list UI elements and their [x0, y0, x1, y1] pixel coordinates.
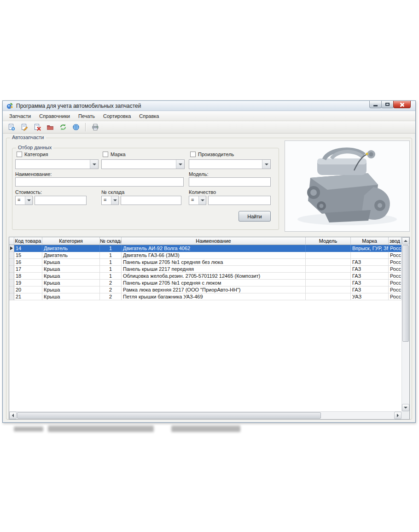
quantity-input[interactable] [208, 196, 271, 205]
table-cell[interactable]: 1 [100, 273, 122, 280]
table-row[interactable]: 20Крыша2Рамка люка верхняя 2217 (ООО "Пр… [9, 286, 402, 293]
table-row[interactable]: 15Двигатель1Двигатель ГАЗ-66 (ЗМЗ)Росс [9, 252, 402, 259]
table-cell[interactable]: Рамка люка верхняя 2217 (ООО "ПриорАвто-… [122, 286, 306, 293]
table-cell[interactable]: Крыша [42, 280, 100, 286]
table-cell[interactable] [306, 273, 351, 280]
row-selector[interactable] [9, 293, 14, 300]
table-cell[interactable]: Петля крышки багажника УАЗ-469 [122, 293, 306, 300]
menu-item-pechat[interactable]: Печать [74, 111, 99, 121]
table-cell[interactable]: Крыша [42, 286, 100, 293]
table-cell[interactable]: Крыша [42, 273, 100, 280]
table-cell[interactable]: ГАЗ [351, 273, 389, 280]
table-cell[interactable]: 18 [14, 273, 42, 280]
table-cell[interactable]: ГАЗ [351, 286, 389, 293]
horizontal-scrollbar[interactable] [9, 411, 402, 419]
close-button[interactable] [393, 101, 411, 108]
column-header[interactable]: Наименование [122, 237, 306, 245]
table-cell[interactable]: УАЗ [351, 293, 389, 300]
table-cell[interactable] [306, 259, 351, 266]
table-cell[interactable]: 1 [100, 259, 122, 266]
dropdown-button[interactable] [262, 160, 270, 169]
add-record-button[interactable] [6, 122, 17, 132]
table-row[interactable]: 21Крыша2Петля крышки багажника УАЗ-469УА… [9, 293, 402, 300]
table-cell[interactable]: Двигатель [42, 245, 100, 252]
dropdown-button[interactable] [90, 160, 98, 169]
warehouse-input[interactable] [121, 196, 181, 205]
edit-record-button[interactable] [19, 122, 29, 132]
row-selector[interactable] [9, 280, 14, 286]
column-header[interactable]: Категория [42, 237, 100, 245]
row-selector[interactable] [9, 259, 14, 266]
scroll-up-button[interactable] [402, 237, 409, 245]
table-cell[interactable]: Росс [389, 245, 402, 252]
table-cell[interactable]: ГАЗ [351, 259, 389, 266]
dropdown-button[interactable] [176, 160, 184, 169]
table-cell[interactable] [306, 252, 351, 259]
category-combobox[interactable] [15, 159, 99, 169]
table-cell[interactable] [306, 293, 351, 300]
table-cell[interactable]: 2 [100, 286, 122, 293]
manufacturer-checkbox[interactable]: Производитель [190, 152, 234, 157]
row-selector[interactable] [9, 266, 14, 273]
table-row[interactable]: 19Крыша2Панель крыши 2705 №1 средняя с л… [9, 280, 402, 286]
table-cell[interactable]: Облицовка желоба.резин. 2705-5701192 124… [122, 273, 306, 280]
table-cell[interactable]: Крыша [42, 266, 100, 273]
name-input[interactable] [15, 177, 184, 187]
column-header[interactable]: № склада [100, 237, 122, 245]
manufacturer-combobox[interactable] [189, 159, 271, 169]
dropdown-button[interactable] [111, 196, 118, 205]
vertical-scrollbar[interactable] [402, 237, 409, 411]
table-cell[interactable]: 1 [100, 266, 122, 273]
row-selector[interactable] [9, 245, 14, 252]
table-cell[interactable]: Росс [389, 259, 402, 266]
table-cell[interactable]: 21 [14, 293, 42, 300]
price-operator-combobox[interactable]: = [15, 196, 33, 205]
category-checkbox[interactable]: Категория [17, 152, 48, 157]
table-cell[interactable]: Росс [389, 273, 402, 280]
table-row[interactable]: 18Крыша1Облицовка желоба.резин. 2705-570… [9, 273, 402, 280]
row-selector[interactable] [9, 286, 14, 293]
table-cell[interactable] [306, 280, 351, 286]
menu-item-sortirovka[interactable]: Сортировка [99, 111, 135, 121]
table-cell[interactable] [306, 286, 351, 293]
warehouse-operator-combobox[interactable]: = [101, 196, 119, 205]
table-cell[interactable]: 16 [14, 259, 42, 266]
table-cell[interactable]: Росс [389, 266, 402, 273]
column-header[interactable]: Марка [351, 237, 389, 245]
quantity-operator-combobox[interactable]: = [189, 196, 206, 205]
table-cell[interactable] [306, 266, 351, 273]
scroll-left-button[interactable] [9, 412, 17, 419]
table-cell[interactable]: Росс [389, 252, 402, 259]
table-cell[interactable]: Панель крыши 2217 передняя [122, 266, 306, 273]
table-cell[interactable]: Панель крыши 2705 №1 средняя с люком [122, 280, 306, 286]
table-cell[interactable]: 2 [100, 293, 122, 300]
price-input[interactable] [35, 196, 87, 205]
scroll-right-button[interactable] [394, 412, 402, 419]
grid-corner-cell[interactable] [9, 237, 14, 245]
model-input[interactable] [189, 177, 271, 187]
maximize-button[interactable] [381, 101, 394, 108]
table-cell[interactable]: Росс [389, 293, 402, 300]
menu-item-spravka[interactable]: Справка [135, 111, 163, 121]
table-cell[interactable]: Двигатель АИ-92 Волга 4062 [122, 245, 306, 252]
globe-button[interactable] [70, 122, 81, 132]
table-cell[interactable]: Росс [389, 280, 402, 286]
table-cell[interactable]: Крыша [42, 259, 100, 266]
minimize-button[interactable] [369, 101, 382, 108]
column-header[interactable]: звод [389, 237, 402, 245]
table-cell[interactable] [351, 252, 389, 259]
table-cell[interactable] [306, 245, 351, 252]
table-row[interactable]: 14Двигатель1Двигатель АИ-92 Волга 4062Вп… [9, 245, 402, 252]
table-cell[interactable]: Крыша [42, 293, 100, 300]
table-cell[interactable]: 17 [14, 266, 42, 273]
table-cell[interactable]: 1 [100, 245, 122, 252]
table-cell[interactable]: Двигатель [42, 252, 100, 259]
table-cell[interactable]: ГАЗ [351, 280, 389, 286]
dropdown-button[interactable] [25, 196, 32, 205]
dropdown-button[interactable] [198, 196, 206, 205]
table-cell[interactable]: Впрыск, ГУР, ЗМ [351, 245, 389, 252]
scroll-down-button[interactable] [402, 404, 409, 411]
delete-record-button[interactable] [32, 122, 42, 132]
table-cell[interactable]: ГАЗ [351, 266, 389, 273]
menu-item-spravochniki[interactable]: Справочники [35, 111, 74, 121]
